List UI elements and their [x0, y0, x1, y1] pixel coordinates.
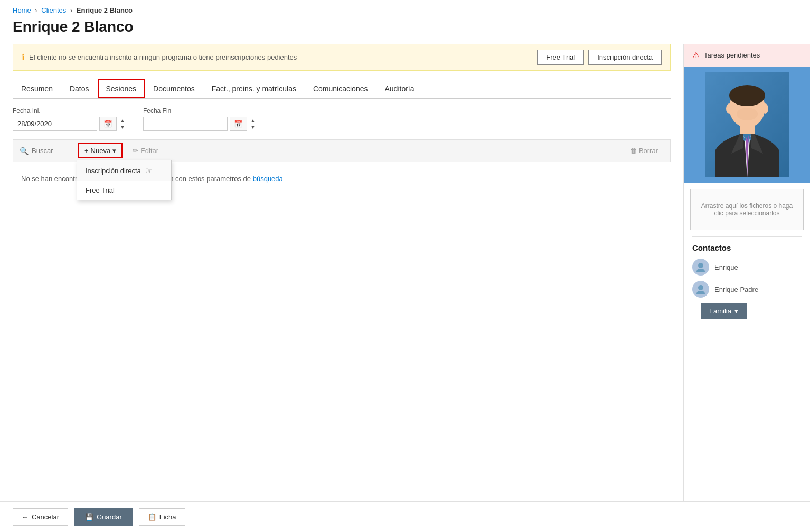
avatar-svg: [705, 72, 789, 177]
dropdown-item-inscripcion[interactable]: Inscripción directa ☞: [77, 160, 171, 181]
trash-icon: 🗑: [630, 147, 637, 155]
ficha-button[interactable]: 📋 Ficha: [139, 508, 185, 526]
tab-comunicaciones[interactable]: Comunicaciones: [305, 79, 376, 98]
free-trial-option[interactable]: Free Trial: [86, 186, 115, 194]
tab-datos[interactable]: Datos: [61, 79, 98, 98]
fecha-ini-down-arrow[interactable]: ▼: [119, 124, 126, 130]
tabs-container: Resumen Datos Sesiones Documentos Fact.,…: [13, 79, 671, 99]
edit-icon: ✏: [133, 147, 138, 155]
svg-point-6: [762, 103, 768, 114]
file-drop-text: Arrastre aquí los ficheros o haga clic p…: [701, 202, 793, 217]
contact-item-padre[interactable]: Enrique Padre: [692, 281, 802, 298]
search-input[interactable]: [32, 147, 74, 155]
tab-sesiones[interactable]: Sesiones: [98, 79, 145, 98]
fecha-fin-down-arrow[interactable]: ▼: [249, 124, 257, 130]
cancelar-label: Cancelar: [32, 513, 59, 521]
contact-item-enrique[interactable]: Enrique: [692, 259, 802, 276]
nueva-button[interactable]: + Nueva ▾: [78, 143, 123, 158]
date-filters: Fecha Ini. 📅 ▲ ▼ Fecha Fin 📅: [13, 107, 671, 131]
nueva-label: Nueva: [91, 147, 111, 155]
fecha-fin-up-arrow[interactable]: ▲: [249, 118, 257, 124]
inscripcion-directa-button[interactable]: Inscripción directa: [588, 50, 662, 65]
search-wrap: 🔍: [20, 147, 74, 155]
familia-button[interactable]: Familia ▾: [701, 303, 747, 319]
nueva-dropdown-menu: Inscripción directa ☞ Free Trial: [77, 160, 172, 200]
fecha-fin-calendar-icon[interactable]: 📅: [230, 117, 247, 131]
svg-point-2: [729, 85, 765, 106]
alert-text: El cliente no se encuentra inscrito a ni…: [29, 53, 297, 61]
fecha-ini-input[interactable]: [13, 117, 97, 131]
contact-avatar-enrique: [692, 259, 709, 276]
free-trial-button[interactable]: Free Trial: [537, 50, 584, 65]
fecha-fin-input[interactable]: [143, 117, 228, 131]
breadcrumb-clientes[interactable]: Clientes: [41, 6, 66, 14]
fecha-ini-up-arrow[interactable]: ▲: [119, 118, 126, 124]
dropdown-item-free-trial[interactable]: Free Trial: [77, 181, 171, 200]
tab-auditoria[interactable]: Auditoría: [376, 79, 422, 98]
inscripcion-directa-option[interactable]: Inscripción directa: [86, 167, 141, 175]
fecha-fin-group: Fecha Fin 📅 ▲ ▼: [143, 107, 257, 131]
alert-banner: ℹ El cliente no se encuentra inscrito a …: [13, 44, 671, 71]
fecha-fin-label: Fecha Fin: [143, 107, 257, 115]
editar-label: Editar: [140, 147, 158, 155]
cancelar-button[interactable]: ← Cancelar: [13, 508, 68, 526]
svg-point-5: [726, 103, 732, 114]
fecha-ini-group: Fecha Ini. 📅 ▲ ▼: [13, 107, 126, 131]
breadcrumb: Home › Clientes › Enrique 2 Blanco: [0, 0, 810, 16]
contact-avatar-padre: [692, 281, 709, 298]
svg-rect-3: [740, 125, 755, 134]
svg-point-7: [698, 263, 703, 268]
tasks-banner: ⚠ Tareas pendientes: [684, 44, 810, 66]
familia-chevron-icon: ▾: [734, 307, 738, 315]
info-icon: ℹ: [22, 52, 25, 62]
search-icon: 🔍: [20, 147, 29, 155]
contacts-section: Contactos Enrique: [684, 237, 810, 328]
guardar-button[interactable]: 💾 Guardar: [74, 508, 133, 526]
tab-documentos[interactable]: Documentos: [145, 79, 203, 98]
cursor-icon: ☞: [145, 166, 153, 176]
familia-label: Familia: [709, 307, 731, 315]
fecha-ini-calendar-icon[interactable]: 📅: [99, 117, 117, 131]
page-title: Enrique 2 Blanco: [0, 16, 810, 44]
breadcrumb-current: Enrique 2 Blanco: [77, 6, 133, 14]
tab-resumen[interactable]: Resumen: [13, 79, 61, 98]
warning-icon: ⚠: [692, 50, 700, 60]
borrar-label: Borrar: [639, 147, 658, 155]
breadcrumb-home[interactable]: Home: [13, 6, 31, 14]
file-drop-area[interactable]: Arrastre aquí los ficheros o haga clic p…: [690, 189, 804, 230]
fecha-ini-label: Fecha Ini.: [13, 107, 126, 115]
arrow-left-icon: ←: [22, 513, 29, 521]
svg-point-8: [698, 285, 703, 290]
tab-facturas[interactable]: Fact., preins. y matrículas: [203, 79, 305, 98]
contacts-title: Contactos: [692, 243, 802, 252]
person-icon-enrique: [695, 262, 706, 272]
editar-button[interactable]: ✏ Editar: [127, 144, 164, 158]
ficha-label: Ficha: [159, 513, 176, 521]
guardar-label: Guardar: [97, 513, 122, 521]
person-icon-padre: [695, 284, 706, 294]
contact-name-enrique: Enrique: [714, 263, 738, 271]
save-icon: 💾: [85, 513, 93, 521]
bottom-bar: ← Cancelar 💾 Guardar 📋 Ficha: [0, 501, 810, 532]
plus-icon: +: [84, 147, 89, 155]
file-icon: 📋: [148, 513, 156, 521]
avatar-section: [684, 66, 810, 183]
svg-point-4: [737, 108, 758, 120]
borrar-button[interactable]: 🗑 Borrar: [624, 144, 664, 158]
chevron-down-icon: ▾: [112, 147, 116, 155]
right-panel: ⚠ Tareas pendientes: [683, 44, 810, 501]
busqueda-link[interactable]: búsqueda: [253, 175, 283, 183]
tasks-label: Tareas pendientes: [704, 51, 760, 59]
contact-name-padre: Enrique Padre: [714, 286, 758, 293]
toolbar: 🔍 + Nueva ▾ ✏ Editar 🗑: [13, 139, 671, 162]
